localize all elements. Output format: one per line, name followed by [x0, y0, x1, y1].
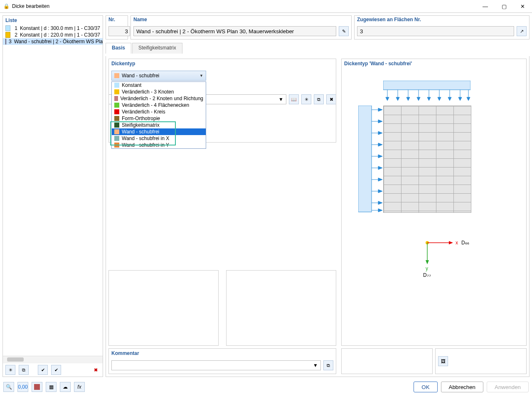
dropdown-option[interactable]: Veränderlich - 4 Flächenecken	[112, 102, 206, 108]
copy-item-button[interactable]: ⧉	[19, 365, 29, 375]
left-load-diagram	[358, 106, 382, 214]
check-button-1[interactable]: ✔	[38, 365, 48, 375]
name-input[interactable]	[133, 26, 336, 36]
dickentyp-dropdown[interactable]: KonstantVeränderlich - 3 KnotenVeränderl…	[111, 81, 206, 149]
preview-panel: Dickentyp 'Wand - schubfrei'	[341, 59, 527, 346]
color-icon[interactable]	[32, 382, 42, 392]
edit-name-button[interactable]: ✎	[339, 26, 349, 36]
svg-marker-2	[386, 97, 389, 101]
svg-marker-16	[458, 97, 462, 101]
svg-rect-19	[358, 106, 372, 212]
name-box: Name ✎	[131, 15, 352, 39]
chevron-down-icon: ▼	[200, 74, 203, 78]
svg-rect-0	[383, 81, 470, 90]
check-button-2[interactable]: ✔	[51, 365, 61, 375]
dickentyp-group: Dickentyp Wand - schubfrei ▼ KonstantVer…	[108, 59, 336, 143]
close-button[interactable]: ✕	[513, 0, 532, 12]
dropdown-option[interactable]: Form-Orthotropie	[112, 115, 206, 122]
cloud-icon[interactable]: ☁	[60, 382, 71, 392]
titlebar: 🔒 Dicke bearbeiten ― ▢ ✕	[0, 0, 532, 13]
dropdown-option[interactable]: Konstant	[112, 82, 206, 89]
svg-marker-33	[378, 178, 382, 181]
svg-marker-4	[396, 97, 399, 101]
ok-button[interactable]: OK	[414, 382, 437, 392]
units-icon[interactable]: 0,00	[17, 382, 28, 392]
window-title: Dicke bearbeiten	[12, 3, 49, 9]
svg-marker-42	[449, 241, 453, 244]
delete-button[interactable]: ✖	[91, 365, 100, 374]
dickentyp-header: Dickentyp	[109, 59, 336, 68]
apply-button[interactable]: Anwenden	[487, 382, 529, 392]
top-load-diagram	[383, 81, 470, 101]
svg-marker-14	[448, 97, 451, 101]
nr-label: Nr.	[106, 16, 128, 23]
svg-marker-37	[378, 201, 382, 204]
blank-panel-2	[226, 270, 336, 346]
comment-library-button[interactable]: ⧉	[323, 360, 333, 370]
pick-surfaces-button[interactable]: ↗	[517, 26, 527, 36]
nr-box: Nr.	[106, 15, 128, 39]
svg-marker-12	[438, 97, 441, 101]
svg-marker-18	[467, 97, 470, 101]
list-item[interactable]: 1Konstant | d : 300.0 mm | 1 - C30/37	[3, 25, 103, 32]
dickentyp-value: Wand - schubfrei	[122, 73, 159, 79]
name-label: Name	[131, 16, 351, 23]
svg-text:D₇₇: D₇₇	[423, 272, 431, 278]
svg-marker-25	[378, 131, 382, 135]
svg-marker-29	[378, 155, 382, 158]
svg-text:y: y	[426, 266, 428, 271]
list-item[interactable]: 3Wand - schubfrei | 2 - Ökotherm WS Pla	[3, 38, 103, 45]
assign-box: Zugewiesen an Flächen Nr. ↗	[354, 15, 530, 39]
comment-combo[interactable]: ▼	[111, 360, 321, 370]
tab-bar: Basis Steifigkeitsmatrix	[106, 43, 530, 54]
assign-input[interactable]	[357, 26, 514, 36]
list-toolbar: ✳ ⧉ ✔ ✔ ✖	[3, 363, 103, 377]
svg-marker-8	[417, 97, 420, 101]
nr-input[interactable]	[108, 26, 130, 36]
maximize-button[interactable]: ▢	[495, 0, 513, 12]
list-body[interactable]: 1Konstant | d : 300.0 mm | 1 - C30/372Ko…	[3, 25, 103, 356]
tab-basis[interactable]: Basis	[106, 43, 131, 54]
dropdown-option[interactable]: Wand - schubfrei	[112, 128, 206, 135]
svg-text:x: x	[456, 240, 458, 246]
preview-title: Dickentyp 'Wand - schubfrei'	[342, 59, 526, 68]
svg-text:D₆₆: D₆₆	[461, 240, 469, 246]
comment-header: Kommentar	[109, 349, 336, 358]
svg-marker-46	[426, 260, 429, 264]
dropdown-option[interactable]: Wand - schubfrei in Y	[112, 142, 206, 148]
help-icon[interactable]: 🔍	[3, 382, 14, 392]
fx-icon[interactable]: fx	[74, 382, 85, 392]
svg-marker-6	[406, 97, 410, 101]
assign-label: Zugewiesen an Flächen Nr.	[355, 16, 529, 23]
list-header: Liste	[3, 16, 103, 25]
svg-marker-27	[378, 143, 382, 146]
dropdown-option[interactable]: Veränderlich - 2 Knoten und Richtung	[112, 95, 206, 102]
svg-marker-31	[378, 166, 382, 170]
layer-icon[interactable]: ▦	[46, 382, 57, 392]
app-icon: 🔒	[3, 3, 10, 9]
dropdown-option[interactable]: Veränderlich - 3 Knoten	[112, 89, 206, 95]
dropdown-option[interactable]: Wand - schubfrei in X	[112, 135, 206, 142]
bottom-panel-1	[341, 348, 433, 374]
list-hscrollbar[interactable]	[3, 356, 103, 363]
dickentyp-combo[interactable]: Wand - schubfrei ▼	[111, 71, 206, 81]
preview-canvas: x D₆₆ y D₇₇	[342, 68, 526, 345]
list-item[interactable]: 2Konstant | d : 220.0 mm | 1 - C30/37	[3, 32, 103, 38]
dropdown-option[interactable]: Steifigkeitsmatrix	[112, 122, 206, 128]
chevron-down-icon: ▼	[313, 362, 318, 368]
svg-marker-35	[378, 190, 382, 193]
new-item-button[interactable]: ✳	[5, 365, 15, 375]
minimize-button[interactable]: ―	[476, 0, 495, 12]
blank-panel-1	[108, 270, 219, 346]
list-panel: Liste 1Konstant | d : 300.0 mm | 1 - C30…	[2, 15, 103, 377]
svg-marker-23	[378, 120, 382, 123]
wall-diagram	[383, 106, 471, 213]
cancel-button[interactable]: Abbrechen	[441, 382, 483, 392]
tab-steifigkeitsmatrix[interactable]: Steifigkeitsmatrix	[132, 43, 182, 54]
footer: 🔍 0,00 ▦ ☁ fx OK Abbrechen Anwenden	[0, 378, 532, 396]
preview-settings-button[interactable]: 🖼	[438, 356, 448, 366]
bottom-panel-2: 🖼	[435, 348, 527, 374]
svg-marker-10	[427, 97, 431, 101]
svg-marker-39	[378, 209, 382, 212]
dropdown-option[interactable]: Veränderlich - Kreis	[112, 108, 206, 115]
